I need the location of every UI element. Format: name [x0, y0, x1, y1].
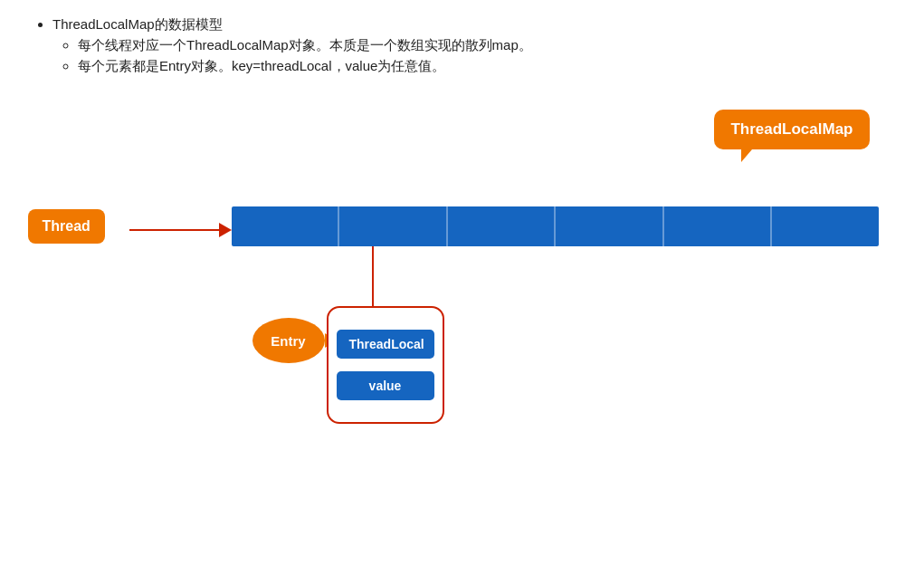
sub-bullet-1-text: 每个线程对应一个ThreadLocalMap对象。本质是一个数组实现的散列map… — [78, 37, 532, 53]
thread-label: Thread — [28, 209, 105, 244]
array-cell-0 — [232, 206, 340, 246]
sub-bullet-1: 每个线程对应一个ThreadLocalMap对象。本质是一个数组实现的散列map… — [78, 37, 897, 54]
callout-threadlocalmap: ThreadLocalMap — [714, 110, 869, 149]
array-cell-2 — [448, 206, 557, 246]
array-cell-3 — [556, 206, 664, 246]
bullet-list: ThreadLocalMap的数据模型 每个线程对应一个ThreadLocalM… — [27, 16, 897, 75]
main-bullet-text: ThreadLocalMap的数据模型 — [52, 16, 223, 32]
sub-bullet-2-text: 每个元素都是Entry对象。key=threadLocal，value为任意值。 — [78, 58, 445, 73]
array-to-entry-arrow — [372, 246, 374, 308]
diagram: ThreadLocalMap Thread Entry — [28, 102, 897, 456]
array-cell-5 — [772, 206, 879, 246]
arrow-line — [129, 229, 220, 231]
entry-threadlocal: ThreadLocal — [337, 330, 434, 359]
entry-callout: Entry — [252, 318, 325, 363]
array-cell-1 — [339, 206, 448, 246]
entry-box: ThreadLocal value — [327, 306, 444, 424]
array-cell-4 — [664, 206, 773, 246]
content-area: ThreadLocalMap的数据模型 每个线程对应一个ThreadLocalM… — [27, 16, 897, 456]
arrow-head — [219, 223, 232, 237]
entry-value: value — [337, 371, 434, 400]
array-bar — [232, 206, 879, 246]
thread-to-array-arrow — [129, 222, 233, 238]
main-bullet: ThreadLocalMap的数据模型 每个线程对应一个ThreadLocalM… — [52, 16, 897, 75]
sub-bullet-2: 每个元素都是Entry对象。key=threadLocal，value为任意值。 — [78, 58, 897, 75]
